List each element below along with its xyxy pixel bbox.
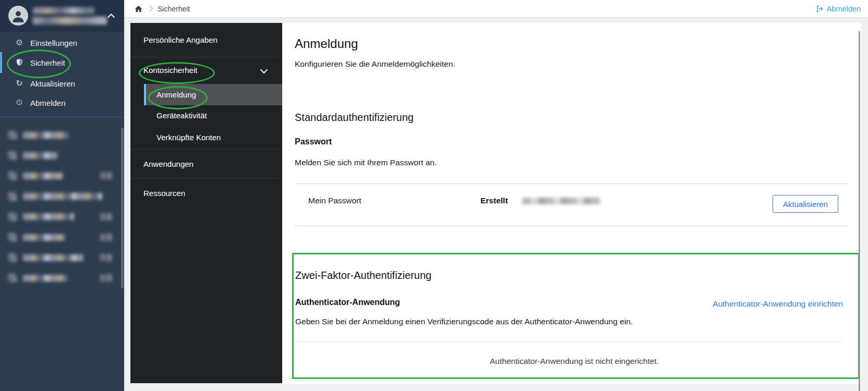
logout-label: Abmelden [827,5,861,13]
power-icon [14,99,25,107]
blurred-icon [8,172,17,180]
blurred-icon [8,213,17,221]
user-icon [11,8,26,24]
sidebar-divider [0,117,124,117]
nav-item-ressourcen[interactable]: Ressourcen [130,178,282,207]
sidebar-blurred-item[interactable] [0,168,124,184]
breadcrumb: Sicherheit [135,0,190,17]
my-password-label: Mein Passwort [308,196,361,205]
sidebar-blurred-item[interactable] [0,270,124,286]
home-icon[interactable] [135,5,142,13]
divider [295,184,848,184]
user-name-blurred [33,7,94,14]
nav-item-label: Anmeldung [156,90,196,99]
sidebar-item-label: Einstellungen [30,39,77,47]
created-date-blurred [522,198,600,204]
blurred-label [23,275,68,282]
nav-item-label: Ressourcen [143,189,185,198]
basic-auth-title: Standardauthentifizierung [295,112,414,124]
divider [295,381,848,381]
update-password-button[interactable]: Aktualisieren [773,195,838,213]
sidebar-item-label: Aktualisieren [30,79,75,88]
sidebar-user-header[interactable] [0,0,124,32]
created-label: Erstellt [480,196,508,205]
account-nav: Persönliche Angaben Kontosicherheit Anme… [130,23,282,383]
user-realm-blurred [33,17,107,25]
blurred-label [23,173,63,179]
blurred-badge [100,172,112,179]
blurred-icon [8,131,17,139]
password-item-desc: Melden Sie sich mit Ihrem Passwort an. [295,158,437,167]
blurred-label [23,254,83,261]
sidebar-item-einstellungen[interactable]: ⚙ Einstellungen [0,34,124,51]
blurred-badge [100,254,112,261]
divider [295,226,848,226]
blurred-icon [8,192,17,201]
blurred-label [23,193,102,200]
blurred-badge [100,213,112,221]
nav-item-label: Anwendungen [143,160,194,168]
nav-item-kontosicherheit[interactable]: Kontosicherheit [130,57,282,83]
two-factor-title: Zwei-Faktor-Authentifizierung [295,270,431,282]
nav-item-geraeteaktivitaet[interactable]: Geräteaktivität [130,105,282,125]
app-sidebar: ⚙ Einstellungen Sicherheit ↻ Aktualisier… [0,0,124,391]
blurred-badge [100,234,112,241]
page-scrollbar[interactable] [859,31,860,391]
sign-out-icon [816,5,824,13]
chevron-down-icon [260,66,268,74]
blurred-label [23,152,57,159]
top-bar: Sicherheit Abmelden [124,0,868,18]
authenticator-empty-note: Authenticator-Anwendung ist nicht einger… [292,357,857,366]
chevron-right-icon [147,5,153,12]
shield-icon [14,58,25,68]
page-title: Anmeldung [295,36,358,51]
gear-icon: ⚙ [14,39,25,47]
nav-item-persoenliche-angaben[interactable]: Persönliche Angaben [130,23,282,57]
nav-item-label: Kontosicherheit [143,66,197,75]
sidebar-scrollbar[interactable] [121,128,124,288]
sidebar-item-label: Abmelden [30,99,66,107]
sidebar-blurred-item[interactable] [0,209,124,225]
nav-item-label: Persönliche Angaben [143,35,218,44]
nav-item-anmeldung[interactable]: Anmeldung [144,84,282,105]
page-subtitle: Konfigurieren Sie die Anmeldemöglichkeit… [295,59,455,69]
sidebar-item-sicherheit[interactable]: Sicherheit [0,52,126,73]
divider [295,341,842,342]
sidebar-blurred-item[interactable] [0,250,124,265]
blurred-icon [8,274,17,282]
sidebar-blurred-item[interactable] [0,148,124,163]
blurred-label [23,213,74,220]
blurred-icon [8,151,17,160]
nav-item-label: Verknüpfte Konten [156,133,221,142]
app-window: ⚙ Einstellungen Sicherheit ↻ Aktualisier… [0,0,868,391]
nav-item-label: Geräteaktivität [156,111,207,120]
setup-authenticator-link[interactable]: Authenticator-Anwendung einrichten [713,299,843,309]
nav-item-verknuepfte-konten[interactable]: Verknüpfte Konten [130,125,282,149]
blurred-icon [8,253,17,262]
logout-link[interactable]: Abmelden [816,0,861,17]
refresh-icon: ↻ [14,79,25,88]
blurred-label [23,234,65,241]
sidebar-blurred-item[interactable] [0,229,124,245]
authenticator-item-title: Authenticator-Anwendung [295,298,400,307]
sidebar-item-abmelden[interactable]: Abmelden [0,94,124,111]
blurred-icon [8,233,17,241]
sidebar-blurred-item[interactable] [0,127,124,143]
blurred-badge [100,274,112,282]
password-item-title: Passwort [295,137,332,146]
sidebar-blurred-item[interactable] [0,189,124,204]
avatar [8,6,28,26]
nav-item-anwendungen[interactable]: Anwendungen [130,149,282,178]
sidebar-item-aktualisieren[interactable]: ↻ Aktualisieren [0,75,124,92]
chevron-up-icon [107,14,115,21]
blurred-label [23,132,69,139]
sidebar-item-label: Sicherheit [30,58,65,67]
authenticator-item-desc: Geben Sie bei der Anmeldung einen Verifi… [295,317,633,326]
breadcrumb-current[interactable]: Sicherheit [158,5,190,13]
